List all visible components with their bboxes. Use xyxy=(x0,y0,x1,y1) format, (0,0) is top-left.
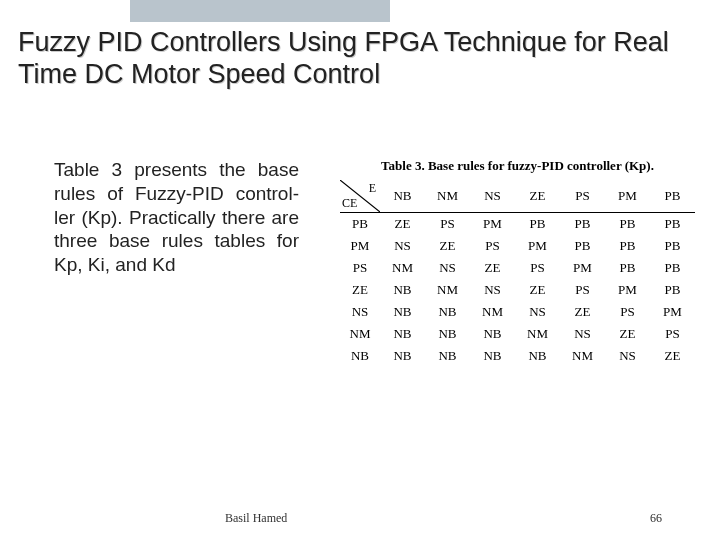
table-cell: PS xyxy=(560,279,605,301)
table-cell: PB xyxy=(605,213,650,236)
table-cell: NB xyxy=(470,323,515,345)
col-header: PS xyxy=(560,180,605,213)
table-cell: PB xyxy=(605,257,650,279)
table-cell: ZE xyxy=(605,323,650,345)
table-cell: NB xyxy=(470,345,515,367)
table-cell: NB xyxy=(425,323,470,345)
col-header: PM xyxy=(605,180,650,213)
col-header: NM xyxy=(425,180,470,213)
table-cell: NS xyxy=(605,345,650,367)
table-cell: NS xyxy=(380,235,425,257)
table-cell: ZE xyxy=(650,345,695,367)
table-cell: PM xyxy=(650,301,695,323)
table-cell: NS xyxy=(560,323,605,345)
table-cell: NM xyxy=(470,301,515,323)
row-label: PB xyxy=(340,213,380,236)
table-cell: PS xyxy=(605,301,650,323)
table-row: PSNMNSZEPSPMPBPB xyxy=(340,257,695,279)
footer-author: Basil Hamed xyxy=(225,511,287,526)
table-cell: PM xyxy=(605,279,650,301)
table-row: NMNBNBNBNMNSZEPS xyxy=(340,323,695,345)
table-cell: ZE xyxy=(470,257,515,279)
table-cell: PM xyxy=(515,235,560,257)
table-cell: NB xyxy=(425,345,470,367)
table-cell: PS xyxy=(470,235,515,257)
col-header: PB xyxy=(650,180,695,213)
table-row: PMNSZEPSPMPBPBPB xyxy=(340,235,695,257)
rules-table: E CE NB NM NS ZE PS PM PB PBZEPSPMPBPBPB… xyxy=(340,180,695,367)
table-row: NSNBNBNMNSZEPSPM xyxy=(340,301,695,323)
footer-page-number: 66 xyxy=(650,511,662,526)
table-cell: NM xyxy=(560,345,605,367)
row-label: PS xyxy=(340,257,380,279)
table-cell: PS xyxy=(425,213,470,236)
row-label: NB xyxy=(340,345,380,367)
table-cell: PB xyxy=(515,213,560,236)
col-header: NS xyxy=(470,180,515,213)
table-cell: NB xyxy=(380,301,425,323)
table-row: NBNBNBNBNBNMNSZE xyxy=(340,345,695,367)
table-cell: PM xyxy=(470,213,515,236)
row-label: PM xyxy=(340,235,380,257)
table-cell: NB xyxy=(380,345,425,367)
row-axis-label: CE xyxy=(342,196,357,211)
table-cell: ZE xyxy=(560,301,605,323)
table-cell: PB xyxy=(650,213,695,236)
decorative-top-bar xyxy=(130,0,390,22)
table-cell: PS xyxy=(650,323,695,345)
table-cell: NS xyxy=(425,257,470,279)
table-cell: NS xyxy=(470,279,515,301)
row-label: ZE xyxy=(340,279,380,301)
table-cell: PB xyxy=(650,279,695,301)
table-cell: NM xyxy=(515,323,560,345)
table-cell: NM xyxy=(425,279,470,301)
table-cell: PB xyxy=(650,257,695,279)
col-axis-label: E xyxy=(369,181,376,196)
table-cell: ZE xyxy=(425,235,470,257)
table-cell: ZE xyxy=(380,213,425,236)
body-paragraph: Table 3 presents the base rules of Fuzzy… xyxy=(54,158,299,277)
table-row: PBZEPSPMPBPBPBPB xyxy=(340,213,695,236)
table-cell: PM xyxy=(560,257,605,279)
table-cell: PB xyxy=(560,213,605,236)
table-corner-cell: E CE xyxy=(340,180,380,213)
slide-title: Fuzzy PID Controllers Using FPGA Techniq… xyxy=(18,26,702,91)
table-cell: NS xyxy=(515,301,560,323)
table-cell: ZE xyxy=(515,279,560,301)
table-row: ZENBNMNSZEPSPMPB xyxy=(340,279,695,301)
table-cell: NB xyxy=(380,323,425,345)
table-cell: NB xyxy=(425,301,470,323)
table-cell: PB xyxy=(605,235,650,257)
rules-table-container: Table 3. Base rules for fuzzy-PID contro… xyxy=(340,158,695,367)
table-cell: NB xyxy=(515,345,560,367)
row-label: NS xyxy=(340,301,380,323)
col-header: ZE xyxy=(515,180,560,213)
table-cell: NM xyxy=(380,257,425,279)
row-label: NM xyxy=(340,323,380,345)
col-header: NB xyxy=(380,180,425,213)
table-caption: Table 3. Base rules for fuzzy-PID contro… xyxy=(340,158,695,174)
table-cell: PS xyxy=(515,257,560,279)
table-cell: NB xyxy=(380,279,425,301)
table-header-row: E CE NB NM NS ZE PS PM PB xyxy=(340,180,695,213)
table-cell: PB xyxy=(650,235,695,257)
table-cell: PB xyxy=(560,235,605,257)
